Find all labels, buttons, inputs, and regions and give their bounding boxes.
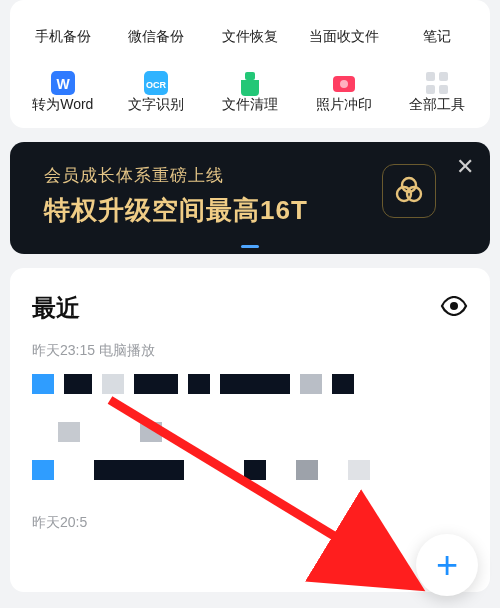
svg-rect-9 [426,85,435,94]
mosaic-row [32,460,468,480]
file-restore-icon [233,4,267,26]
photo-print-icon [327,72,361,94]
svg-point-14 [450,302,458,310]
svg-rect-8 [439,72,448,81]
recent-timestamp-2: 昨天20:5 [32,514,468,532]
ocr-icon: OCR [139,72,173,94]
eye-icon[interactable] [440,296,468,320]
svg-rect-4 [245,72,255,80]
tool-row-1: 手机备份 微信备份 文件恢复 当面收文件 笔记 [16,0,484,46]
receive-file-icon [327,4,361,26]
recent-title: 最近 [32,292,80,324]
tool-phone-backup[interactable]: 手机备份 [16,0,110,46]
add-button[interactable]: + [416,534,478,596]
tool-photo-print[interactable]: 照片冲印 [297,68,391,114]
tool-row-2: W 转为Word OCR 文字识别 文件清理 照片冲印 [16,68,484,114]
tool-ocr[interactable]: OCR 文字识别 [110,68,204,114]
tool-label: 微信备份 [128,28,184,46]
tool-label: 文件清理 [222,96,278,114]
promo-banner[interactable]: 会员成长体系重磅上线 特权升级空间最高16T ✕ [10,142,490,254]
tool-label: 当面收文件 [309,28,379,46]
tool-label: 手机备份 [35,28,91,46]
tool-label: 笔记 [423,28,451,46]
tool-label: 照片冲印 [316,96,372,114]
tools-card: 手机备份 微信备份 文件恢复 当面收文件 笔记 W 转为Word OCR [10,0,490,128]
wechat-backup-icon [139,4,173,26]
all-tools-icon [420,72,454,94]
note-icon [420,4,454,26]
svg-text:W: W [56,76,70,92]
tool-to-word[interactable]: W 转为Word [16,68,110,114]
svg-point-6 [340,80,348,88]
svg-rect-10 [439,85,448,94]
recent-timestamp-1: 昨天23:15 电脑播放 [32,342,468,360]
tool-file-clean[interactable]: 文件清理 [203,68,297,114]
tool-all-tools[interactable]: 全部工具 [390,68,484,114]
recent-header: 最近 [32,292,468,324]
tool-label: 转为Word [32,96,93,114]
tool-label: 文字识别 [128,96,184,114]
to-word-icon: W [46,72,80,94]
file-clean-icon [233,72,267,94]
svg-rect-7 [426,72,435,81]
tool-receive-file[interactable]: 当面收文件 [297,0,391,46]
svg-text:OCR: OCR [146,80,167,90]
mosaic-row [32,422,468,442]
phone-backup-icon [46,4,80,26]
recent-card: 最近 昨天23:15 电脑播放 昨天20:5 [10,268,490,592]
tool-file-restore[interactable]: 文件恢复 [203,0,297,46]
close-icon[interactable]: ✕ [456,156,474,178]
mosaic-row [32,374,468,394]
tool-wechat-backup[interactable]: 微信备份 [110,0,204,46]
tool-note[interactable]: 笔记 [390,0,484,46]
pager-indicator [241,245,259,248]
tool-label: 全部工具 [409,96,465,114]
cloud-badge-icon [382,164,436,218]
tool-label: 文件恢复 [222,28,278,46]
plus-icon: + [436,546,458,584]
